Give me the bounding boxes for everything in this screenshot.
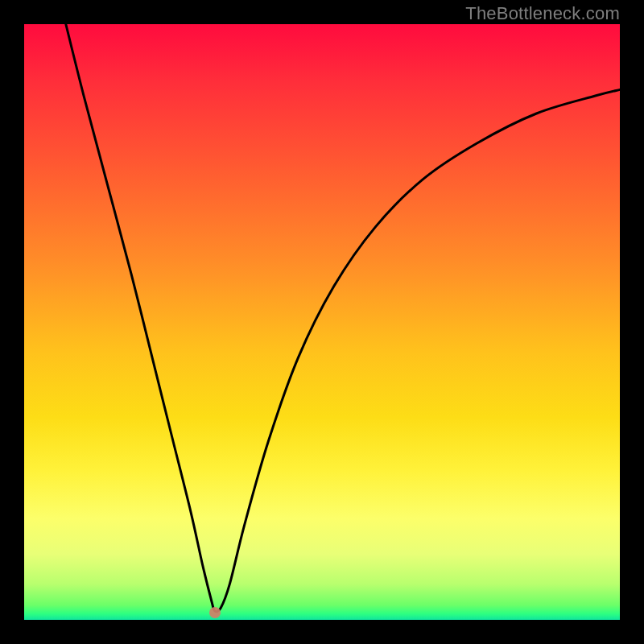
plot-area xyxy=(24,24,620,620)
minimum-marker-dot xyxy=(209,607,221,618)
watermark-text: TheBottleneck.com xyxy=(465,3,620,24)
chart-frame: TheBottleneck.com xyxy=(0,0,644,644)
bottleneck-curve xyxy=(24,24,620,620)
